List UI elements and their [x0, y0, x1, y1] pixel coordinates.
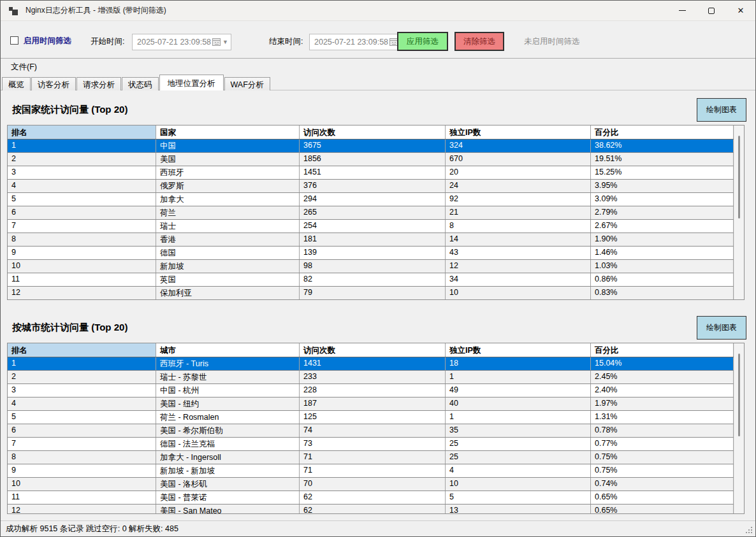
- table-cell[interactable]: 2.79%: [591, 206, 734, 219]
- table-cell[interactable]: 125: [300, 411, 446, 424]
- end-time-picker[interactable]: 2025-07-21 23:09:58 ▼: [309, 34, 409, 50]
- draw-city-chart-button[interactable]: 绘制图表: [697, 316, 746, 340]
- table-cell[interactable]: 10: [446, 287, 591, 299]
- column-header[interactable]: 百分比: [591, 343, 734, 357]
- table-cell[interactable]: 1.90%: [591, 233, 734, 246]
- table-cell[interactable]: 4: [446, 464, 591, 477]
- table-cell[interactable]: 1: [8, 357, 156, 370]
- column-header[interactable]: 国家: [156, 125, 300, 139]
- table-row[interactable]: 1中国367532438.62%: [8, 140, 734, 153]
- table-row[interactable]: 4俄罗斯376243.95%: [8, 180, 734, 193]
- table-cell[interactable]: 265: [300, 206, 446, 219]
- table-cell[interactable]: 49: [446, 384, 591, 397]
- table-cell[interactable]: 美国 - San Mateo: [156, 505, 300, 513]
- table-cell[interactable]: 美国: [156, 153, 300, 166]
- table-cell[interactable]: 8: [8, 451, 156, 464]
- table-cell[interactable]: 25: [446, 451, 591, 464]
- column-header[interactable]: 访问次数: [300, 343, 446, 357]
- table-cell[interactable]: 0.65%: [591, 505, 734, 513]
- table-cell[interactable]: 美国 - 希尔斯伯勒: [156, 424, 300, 437]
- table-cell[interactable]: 2.40%: [591, 384, 734, 397]
- column-header[interactable]: 访问次数: [300, 125, 446, 139]
- apply-filter-button[interactable]: 应用筛选: [397, 32, 448, 51]
- table-row[interactable]: 7德国 - 法兰克福73250.77%: [8, 438, 734, 451]
- table-cell[interactable]: 德国 - 法兰克福: [156, 438, 300, 450]
- table-cell[interactable]: 228: [300, 384, 446, 397]
- table-cell[interactable]: 0.83%: [591, 287, 734, 299]
- table-cell[interactable]: 9: [8, 247, 156, 259]
- table-cell[interactable]: 2: [8, 371, 156, 383]
- table-cell[interactable]: 82: [300, 273, 446, 286]
- table-cell[interactable]: 1: [8, 140, 156, 152]
- table-cell[interactable]: 11: [8, 273, 156, 286]
- tab-status-codes[interactable]: 状态码: [122, 77, 159, 90]
- table-cell[interactable]: 1451: [300, 166, 446, 179]
- table-cell[interactable]: 0.75%: [591, 464, 734, 477]
- tab-waf-analysis[interactable]: WAF分析: [224, 77, 270, 90]
- column-header[interactable]: 独立IP数: [446, 125, 591, 139]
- table-cell[interactable]: 0.78%: [591, 424, 734, 437]
- table-cell[interactable]: 6: [8, 424, 156, 437]
- table-row[interactable]: 8加拿大 - Ingersoll71250.75%: [8, 451, 734, 464]
- table-cell[interactable]: 9: [8, 464, 156, 477]
- table-cell[interactable]: 0.75%: [591, 451, 734, 464]
- table-cell[interactable]: 21: [446, 206, 591, 219]
- table-cell[interactable]: 1.03%: [591, 260, 734, 273]
- tab-request-analysis[interactable]: 请求分析: [76, 77, 121, 90]
- table-row[interactable]: 1西班牙 - Turis14311815.04%: [8, 357, 734, 371]
- table-cell[interactable]: 35: [446, 424, 591, 437]
- table-cell[interactable]: 0.65%: [591, 491, 734, 504]
- table-cell[interactable]: 254: [300, 220, 446, 233]
- table-cell[interactable]: 71: [300, 451, 446, 464]
- table-row[interactable]: 3中国 - 杭州228492.40%: [8, 384, 734, 397]
- table-cell[interactable]: 8: [8, 233, 156, 246]
- start-time-picker[interactable]: 2025-07-21 23:09:58 ▼: [132, 34, 231, 50]
- table-cell[interactable]: 美国 - 洛杉矶: [156, 478, 300, 490]
- table-cell[interactable]: 79: [300, 287, 446, 299]
- table-cell[interactable]: 新加坡 - 新加坡: [156, 464, 300, 477]
- table-cell[interactable]: 14: [446, 233, 591, 246]
- table-row[interactable]: 2美国185667019.51%: [8, 153, 734, 166]
- table-cell[interactable]: 保加利亚: [156, 287, 300, 299]
- table-cell[interactable]: 加拿大: [156, 193, 300, 206]
- table-cell[interactable]: 瑞士 - 苏黎世: [156, 371, 300, 383]
- table-row[interactable]: 5加拿大294923.09%: [8, 193, 734, 206]
- table-cell[interactable]: 74: [300, 424, 446, 437]
- scrollbar-thumb[interactable]: [738, 354, 740, 436]
- table-cell[interactable]: 12: [446, 260, 591, 273]
- table-cell[interactable]: 中国: [156, 140, 300, 152]
- table-cell[interactable]: 15.25%: [591, 166, 734, 179]
- table-cell[interactable]: 西班牙: [156, 166, 300, 179]
- table-cell[interactable]: 0.74%: [591, 478, 734, 490]
- table-row[interactable]: 6荷兰265212.79%: [8, 206, 734, 220]
- tab-visitor-analysis[interactable]: 访客分析: [31, 77, 76, 90]
- vertical-scrollbar[interactable]: [734, 125, 744, 299]
- table-cell[interactable]: 10: [8, 478, 156, 490]
- table-cell[interactable]: 92: [446, 193, 591, 206]
- table-cell[interactable]: 38.62%: [591, 140, 734, 152]
- table-row[interactable]: 11英国82340.86%: [8, 273, 734, 287]
- table-cell[interactable]: 324: [446, 140, 591, 152]
- table-cell[interactable]: 40: [446, 397, 591, 410]
- table-cell[interactable]: 10: [446, 478, 591, 490]
- table-row[interactable]: 4美国 - 纽约187401.97%: [8, 397, 734, 411]
- table-row[interactable]: 12保加利亚79100.83%: [8, 287, 734, 299]
- table-cell[interactable]: 34: [446, 273, 591, 286]
- table-cell[interactable]: 670: [446, 153, 591, 166]
- table-row[interactable]: 11美国 - 普莱诺6250.65%: [8, 491, 734, 505]
- table-cell[interactable]: 12: [8, 505, 156, 513]
- table-cell[interactable]: 瑞士: [156, 220, 300, 233]
- table-cell[interactable]: 24: [446, 180, 591, 192]
- table-cell[interactable]: 181: [300, 233, 446, 246]
- table-cell[interactable]: 4: [8, 397, 156, 410]
- table-cell[interactable]: 187: [300, 397, 446, 410]
- table-cell[interactable]: 中国 - 杭州: [156, 384, 300, 397]
- column-header[interactable]: 百分比: [591, 125, 734, 139]
- tab-geo-analysis[interactable]: 地理位置分析: [159, 75, 224, 90]
- table-cell[interactable]: 62: [300, 491, 446, 504]
- table-cell[interactable]: 0.86%: [591, 273, 734, 286]
- table-cell[interactable]: 美国 - 普莱诺: [156, 491, 300, 504]
- table-row[interactable]: 10新加坡98121.03%: [8, 260, 734, 273]
- table-row[interactable]: 6美国 - 希尔斯伯勒74350.78%: [8, 424, 734, 438]
- table-cell[interactable]: 3.09%: [591, 193, 734, 206]
